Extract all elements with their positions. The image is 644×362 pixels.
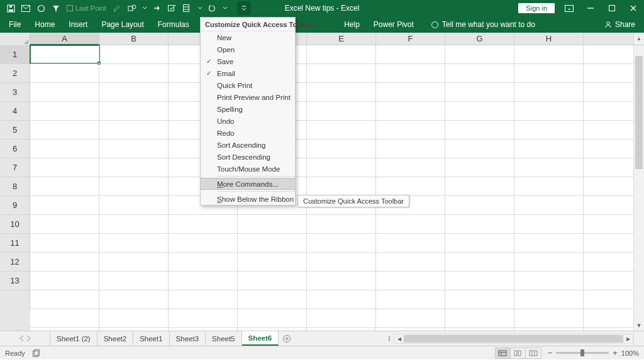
row-header[interactable]: 5 (0, 121, 30, 140)
customize-qat-button[interactable] (237, 1, 251, 15)
svg-rect-21 (499, 351, 506, 356)
hscroll-thumb[interactable] (404, 335, 623, 343)
add-sheet-button[interactable] (279, 331, 295, 346)
minimize-icon[interactable] (584, 1, 597, 15)
horizontal-scrollbar[interactable]: ◀ ▶ (389, 333, 633, 344)
sheet-tab[interactable]: Sheet1 (133, 331, 169, 346)
zoom-out-button[interactable]: − (548, 348, 553, 358)
zoom-in-button[interactable]: + (613, 348, 618, 358)
tab-insert[interactable]: Insert (69, 20, 87, 29)
row-header[interactable]: 7 (0, 158, 30, 177)
tab-formulas[interactable]: Formulas (158, 20, 189, 29)
quick-access-toolbar: Last Point (0, 1, 251, 15)
pencil-icon (113, 4, 121, 13)
ribbon-options-icon[interactable] (562, 1, 576, 15)
menu-item-save[interactable]: ✓Save (201, 55, 295, 67)
macro-record-icon[interactable] (33, 349, 41, 357)
row-header[interactable]: 10 (0, 215, 30, 234)
column-header[interactable]: F (376, 33, 445, 45)
sheet-tab[interactable]: Sheet5 (206, 331, 242, 346)
sheet-tab[interactable]: Sheet6 (242, 331, 279, 346)
view-page-layout-button[interactable] (511, 348, 526, 358)
row-header[interactable]: 9 (0, 196, 30, 215)
circle-icon[interactable] (36, 4, 45, 13)
active-cell[interactable] (30, 45, 100, 64)
chevron-down-icon[interactable] (143, 4, 147, 13)
maximize-icon[interactable] (605, 1, 619, 15)
column-header[interactable]: H (514, 33, 584, 45)
svg-rect-25 (518, 351, 521, 356)
cells-area[interactable] (30, 45, 633, 331)
svg-rect-14 (609, 6, 615, 11)
svg-rect-26 (530, 351, 537, 356)
column-header[interactable] (584, 33, 633, 45)
chevron-down-icon[interactable] (223, 4, 227, 13)
menu-item-print-preview-and-print[interactable]: Print Preview and Print (201, 91, 295, 103)
tab-home[interactable]: Home (35, 20, 55, 29)
menu-item-new[interactable]: New (201, 31, 295, 43)
column-header[interactable]: A (30, 33, 99, 45)
zoom-level[interactable]: 100% (621, 349, 639, 357)
menu-item-more-commands[interactable]: More Commands... (201, 178, 295, 190)
view-page-break-button[interactable] (526, 348, 541, 358)
sheet-nav-buttons[interactable] (0, 331, 50, 346)
menu-item-sort-descending[interactable]: Sort Descending (201, 151, 295, 163)
column-header[interactable]: B (99, 33, 169, 45)
sign-in-button[interactable]: Sign in (518, 3, 555, 13)
menu-item-undo[interactable]: Undo (201, 115, 295, 127)
sheet-tab[interactable]: Sheet1 (2) (50, 331, 97, 346)
svg-rect-24 (514, 351, 517, 356)
shapes-icon[interactable] (128, 4, 136, 13)
close-icon[interactable] (626, 1, 640, 15)
zoom-slider[interactable] (556, 352, 609, 354)
row-header[interactable]: 12 (0, 253, 30, 272)
select-all-corner[interactable] (0, 33, 30, 45)
menu-item-touch-mouse-mode[interactable]: Touch/Mouse Mode (201, 163, 295, 175)
hscroll-left[interactable]: ◀ (394, 334, 404, 343)
arrow-right-icon[interactable] (153, 4, 162, 13)
email-icon[interactable] (21, 4, 30, 13)
tab-page-layout[interactable]: Page Layout (101, 20, 143, 29)
share-button[interactable]: Share (604, 20, 635, 29)
table-zero-icon[interactable] (183, 4, 192, 13)
row-header[interactable]: 6 (0, 140, 30, 158)
tab-power-pivot[interactable]: Power Pivot (374, 20, 414, 29)
row-header[interactable]: 4 (0, 102, 30, 121)
view-normal-button[interactable] (496, 348, 511, 358)
menu-item-sort-ascending[interactable]: Sort Ascending (201, 139, 295, 151)
menu-item-show-below-ribbon[interactable]: Show Below the Ribbon (201, 193, 295, 205)
menu-item-spelling[interactable]: Spelling (201, 103, 295, 115)
scroll-down-button[interactable]: ▼ (634, 320, 644, 331)
save-icon[interactable] (6, 4, 15, 13)
svg-rect-1 (9, 9, 13, 11)
tab-file[interactable]: File (9, 20, 21, 29)
refresh-icon[interactable] (208, 4, 217, 13)
svg-point-15 (607, 22, 609, 25)
vertical-scrollbar[interactable]: ▼ (633, 45, 644, 331)
column-header[interactable]: E (307, 33, 376, 45)
row-header[interactable]: 3 (0, 83, 30, 102)
chevron-down-icon[interactable] (198, 4, 202, 13)
hscroll-right[interactable]: ▶ (623, 334, 633, 343)
column-header[interactable]: G (445, 33, 514, 45)
ribbon-tabs: File Home Insert Page Layout Formulas Da… (0, 16, 644, 33)
scroll-up-button[interactable]: ▲ (633, 33, 644, 45)
sheet-tab[interactable]: Sheet2 (97, 331, 133, 346)
menu-item-email[interactable]: ✓Email (201, 67, 295, 79)
sheet-tab[interactable]: Sheet3 (170, 331, 206, 346)
hscroll-end[interactable] (633, 331, 644, 346)
filter-icon[interactable] (52, 4, 60, 13)
row-header[interactable]: 2 (0, 64, 30, 83)
menu-item-open[interactable]: Open (201, 43, 295, 55)
tell-me-search[interactable]: Tell me what you want to do (431, 20, 535, 29)
tab-help[interactable]: Help (344, 20, 360, 29)
row-header[interactable]: 11 (0, 234, 30, 253)
scrollbar-thumb[interactable] (635, 56, 643, 169)
svg-rect-8 (183, 5, 189, 12)
row-header[interactable]: 8 (0, 177, 30, 196)
menu-item-redo[interactable]: Redo (201, 127, 295, 139)
row-header[interactable]: 13 (0, 272, 30, 290)
menu-item-quick-print[interactable]: Quick Print (201, 79, 295, 91)
row-header[interactable]: 1 (0, 45, 30, 64)
checkmark-box-icon[interactable] (168, 4, 177, 13)
